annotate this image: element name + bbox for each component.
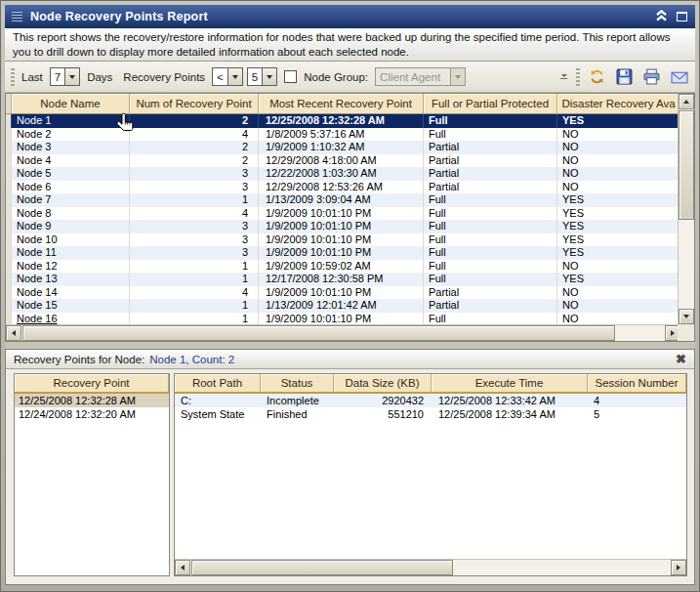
- protection-cell: Partial: [424, 154, 557, 168]
- data-size-cell: 2920432: [334, 394, 432, 407]
- refresh-icon[interactable]: [587, 66, 607, 87]
- chevron-down-icon[interactable]: [262, 68, 276, 85]
- scroll-right-icon[interactable]: [671, 560, 686, 575]
- node-row[interactable]: Node 13 1 12/17/2008 12:30:58 PM Full YE…: [6, 273, 680, 286]
- count-combobox[interactable]: 5: [247, 67, 277, 86]
- node-row[interactable]: Node 16 1 1/9/2009 10:01:10 PM Full NO: [6, 313, 680, 325]
- toolbar-grip[interactable]: [576, 68, 580, 86]
- node-row[interactable]: Node 1 2 12/25/2008 12:32:28 AM Full YES: [6, 114, 680, 128]
- node-row[interactable]: Node 7 1 1/13/2009 3:09:04 AM Full YES: [6, 193, 680, 207]
- protection-cell: Full: [424, 246, 557, 260]
- session-row[interactable]: C: Incomplete 2920432 12/25/2008 12:33:4…: [175, 394, 686, 407]
- num-recovery-points-cell: 2: [130, 141, 259, 154]
- column-header-session-number[interactable]: Session Number: [588, 374, 686, 394]
- panel-splitter[interactable]: [5, 342, 695, 349]
- node-name-cell: Node 9: [12, 220, 130, 233]
- protection-cell: Full: [424, 207, 557, 221]
- chevron-down-icon[interactable]: [64, 68, 79, 85]
- num-recovery-points-cell: 4: [130, 286, 259, 300]
- node-row[interactable]: Node 8 4 1/9/2009 10:01:10 PM Full YES: [6, 207, 680, 221]
- session-detail-table: Root Path Status Data Size (KB) Execute …: [174, 373, 687, 576]
- node-group-checkbox[interactable]: [284, 70, 297, 83]
- node-name-cell: Node 16: [12, 313, 130, 325]
- node-name-cell: Node 11: [12, 246, 130, 260]
- node-row[interactable]: Node 6 3 12/29/2008 12:53:26 AM Partial …: [6, 181, 680, 194]
- most-recent-cell: 1/9/2009 10:01:10 PM: [259, 207, 424, 221]
- column-header-data-size[interactable]: Data Size (KB): [334, 374, 432, 394]
- disaster-recovery-cell: NO: [557, 181, 680, 194]
- protection-cell: Full: [424, 273, 557, 286]
- node-row[interactable]: Node 10 3 1/9/2009 10:01:10 PM Full YES: [6, 233, 680, 247]
- node-row[interactable]: Node 3 2 1/9/2009 1:10:32 AM Partial NO: [6, 141, 680, 154]
- save-icon[interactable]: [614, 66, 635, 87]
- session-detail-body: C: Incomplete 2920432 12/25/2008 12:33:4…: [175, 394, 686, 421]
- node-row[interactable]: Node 15 1 1/13/2009 12:01:42 AM Partial …: [6, 299, 680, 313]
- protection-cell: Partial: [424, 167, 557, 181]
- node-name-cell: Node 15: [12, 299, 130, 313]
- print-icon[interactable]: [641, 66, 662, 87]
- window-menu-icon[interactable]: [12, 12, 22, 22]
- column-header-disaster-recovery[interactable]: Disaster Recovery Ava: [557, 94, 680, 114]
- node-row[interactable]: Node 4 2 12/29/2008 4:18:00 AM Partial N…: [6, 154, 680, 168]
- disaster-recovery-cell: NO: [557, 286, 680, 300]
- column-header-root-path[interactable]: Root Path: [175, 374, 261, 394]
- scrollbar-corner: [678, 324, 694, 341]
- detail-horizontal-scrollbar[interactable]: [175, 559, 686, 575]
- column-header-node-name[interactable]: Node Name: [12, 94, 130, 114]
- column-header-most-recent[interactable]: Most Recent Recovery Point: [259, 94, 424, 114]
- session-number-cell: 4: [588, 394, 686, 407]
- scroll-up-icon[interactable]: [679, 94, 694, 109]
- node-row[interactable]: Node 9 3 1/9/2009 10:01:10 PM Full YES: [6, 220, 680, 233]
- protection-cell: Full: [424, 233, 557, 247]
- node-name-cell: Node 5: [12, 167, 130, 181]
- node-row[interactable]: Node 12 1 1/9/2009 10:59:02 AM Full NO: [6, 260, 680, 274]
- maximize-icon[interactable]: [677, 12, 687, 21]
- scroll-down-icon[interactable]: [679, 309, 694, 324]
- node-group-combobox: Client Agent: [375, 67, 466, 86]
- collapse-icon[interactable]: [655, 8, 668, 25]
- node-name-cell: Node 6: [12, 181, 130, 194]
- node-row[interactable]: Node 11 3 1/9/2009 10:01:10 PM Full YES: [6, 246, 680, 260]
- column-header-full-partial[interactable]: Full or Partial Protected: [424, 94, 557, 114]
- toolbar-grip[interactable]: [11, 68, 15, 86]
- recovery-point-value: 12/25/2008 12:32:28 AM: [19, 395, 136, 406]
- titlebar: Node Recovery Points Report: [5, 5, 695, 28]
- chevron-down-icon[interactable]: [227, 68, 242, 85]
- scroll-left-icon[interactable]: [6, 325, 21, 341]
- node-row[interactable]: Node 14 4 1/9/2009 10:01:10 PM Partial N…: [6, 286, 680, 300]
- vertical-scrollbar-thumb[interactable]: [679, 110, 694, 220]
- column-header-num-recovery-points[interactable]: Num of Recovery Point: [130, 94, 259, 114]
- count-value: 5: [248, 68, 262, 85]
- recovery-point-row[interactable]: 12/25/2008 12:32:28 AM: [15, 394, 169, 407]
- recovery-point-value: 12/24/2008 12:32:20 AM: [19, 408, 136, 420]
- operator-combobox[interactable]: <: [212, 67, 243, 86]
- protection-cell: Partial: [424, 181, 557, 194]
- recovery-point-row[interactable]: 12/24/2008 12:32:20 AM: [15, 407, 169, 421]
- panel-body: Recovery Point 12/25/2008 12:32:28 AM 12…: [14, 373, 687, 576]
- column-header-execute-time[interactable]: Execute Time: [432, 374, 588, 394]
- panel-header-value: Node 1, Count: 2: [149, 354, 234, 365]
- panel-header-label: Recovery Points for Node:: [14, 354, 144, 365]
- node-row[interactable]: Node 2 4 1/8/2009 5:37:16 AM Full NO: [6, 128, 680, 142]
- horizontal-scrollbar-thumb[interactable]: [22, 325, 615, 341]
- horizontal-scrollbar[interactable]: [6, 324, 680, 341]
- node-group-value: Client Agent: [376, 68, 450, 85]
- most-recent-cell: 12/29/2008 12:53:26 AM: [259, 181, 424, 194]
- data-size-cell: 551210: [334, 407, 432, 421]
- nodes-grid-header: Node Name Num of Recovery Point Most Rec…: [6, 94, 680, 114]
- vertical-scrollbar[interactable]: [678, 94, 694, 324]
- filter-toolbar: Last 7 Days Recovery Points < 5 Node Gro…: [5, 62, 695, 93]
- close-icon[interactable]: ✖: [676, 354, 686, 365]
- toolbar-overflow-icon[interactable]: [560, 74, 567, 79]
- email-icon[interactable]: [669, 66, 689, 87]
- last-days-combobox[interactable]: 7: [50, 67, 80, 86]
- node-row[interactable]: Node 5 3 12/22/2008 1:03:30 AM Partial N…: [6, 167, 680, 181]
- detail-scrollbar-thumb[interactable]: [191, 560, 453, 575]
- session-row[interactable]: System State Finished 551210 12/25/2008 …: [175, 407, 686, 421]
- column-header-recovery-point[interactable]: Recovery Point: [15, 374, 169, 394]
- report-description: This report shows the recovery/restore i…: [5, 28, 695, 62]
- scroll-left-icon[interactable]: [175, 560, 190, 575]
- num-recovery-points-cell: 2: [130, 154, 259, 168]
- column-header-status[interactable]: Status: [261, 374, 334, 394]
- disaster-recovery-cell: YES: [557, 220, 680, 233]
